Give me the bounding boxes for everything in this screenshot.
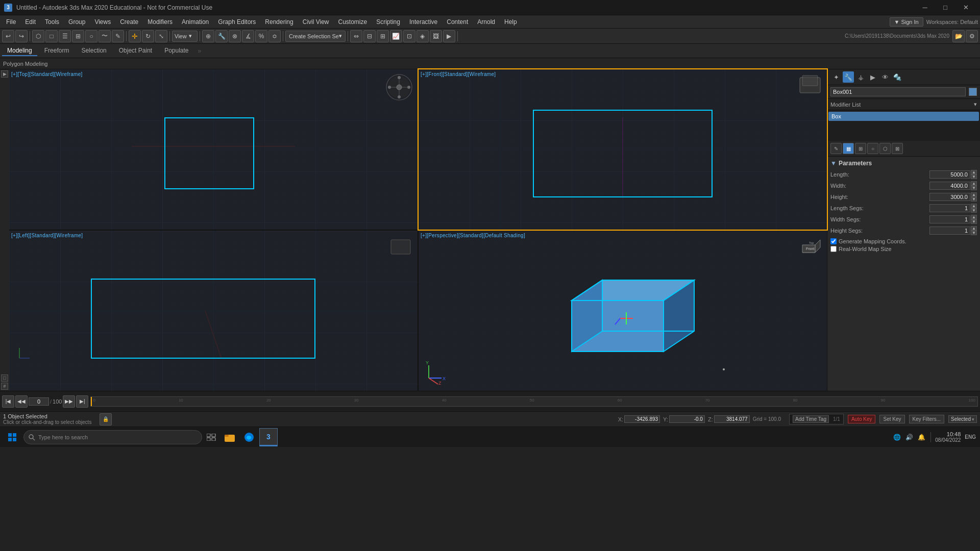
select-button[interactable]: ⬡: [32, 30, 44, 42]
viewport-top[interactable]: [+][Top][Standard][Wireframe]: [9, 69, 418, 230]
path-config-button[interactable]: ⚙: [966, 30, 978, 42]
timeline-slider[interactable]: 0 10 20 30 40 50 60 70 80 90 100: [90, 396, 978, 407]
side-grid-btn[interactable]: #: [1, 383, 8, 390]
wsegs-down-btn[interactable]: ▼: [971, 219, 977, 224]
select-region-button[interactable]: □: [45, 30, 58, 42]
menu-animation[interactable]: Animation: [178, 17, 213, 27]
wsegs-up-btn[interactable]: ▲: [971, 215, 977, 219]
menu-rendering[interactable]: Rendering: [261, 17, 297, 27]
volume-icon[interactable]: 🔊: [904, 432, 914, 442]
modify-panel-btn active[interactable]: 🔧: [843, 71, 854, 83]
align-button[interactable]: ⊟: [363, 30, 376, 42]
vt-icon-2[interactable]: ▦: [843, 143, 854, 154]
render-setup-button[interactable]: 🖼: [430, 30, 442, 42]
move-button[interactable]: ✛: [129, 30, 141, 42]
side-expand-btn[interactable]: ▶: [1, 70, 8, 78]
file-explorer-icon[interactable]: [220, 428, 239, 446]
curve-editor-button[interactable]: 📈: [390, 30, 402, 42]
3dsmax-taskbar-icon[interactable]: 3: [259, 428, 278, 446]
undo-button[interactable]: ↩: [2, 30, 14, 42]
network-icon[interactable]: 🌐: [892, 432, 902, 442]
menu-interactive[interactable]: Interactive: [405, 17, 442, 27]
hsegs-up-btn[interactable]: ▲: [971, 226, 977, 231]
vt-icon-1[interactable]: ✎: [830, 143, 842, 154]
percent-snap[interactable]: %: [255, 30, 267, 42]
viewport-left[interactable]: [+][Left][Standard][Wireframe]: [9, 231, 418, 391]
material-editor-button[interactable]: ◈: [416, 30, 429, 42]
angle-snap[interactable]: ∡: [242, 30, 254, 42]
width-up-btn[interactable]: ▲: [971, 181, 977, 186]
vt-icon-6[interactable]: ⊠: [892, 143, 903, 154]
scale-button[interactable]: ⤡: [155, 30, 167, 42]
menu-civil-view[interactable]: Civil View: [299, 17, 333, 27]
schematic-view-button[interactable]: ⊡: [403, 30, 415, 42]
object-color-swatch[interactable]: [969, 88, 977, 96]
select-paint-button[interactable]: ✎: [112, 30, 124, 42]
menu-scripting[interactable]: Scripting: [372, 17, 404, 27]
display-panel-btn[interactable]: 👁: [879, 71, 891, 83]
param-length-segs-input[interactable]: [929, 204, 970, 212]
width-down-btn[interactable]: ▼: [971, 186, 977, 190]
vt-icon-3[interactable]: ⊞: [855, 143, 866, 154]
param-height-input[interactable]: [929, 193, 970, 201]
tab-selection[interactable]: Selection: [76, 46, 111, 56]
view-dropdown[interactable]: View ▾: [172, 31, 198, 42]
next-frame-btn[interactable]: ▶|: [76, 395, 88, 408]
set-key-button[interactable]: Set Key: [879, 415, 904, 423]
vt-icon-5[interactable]: ⬡: [879, 143, 891, 154]
viewport-lock-btn[interactable]: 🔒: [100, 413, 112, 425]
param-width-input[interactable]: [929, 182, 970, 190]
lsegs-down-btn[interactable]: ▼: [971, 208, 977, 213]
task-view-btn[interactable]: [203, 428, 219, 446]
nav-gizmo-top[interactable]: [385, 73, 413, 102]
browse-button[interactable]: 📂: [952, 30, 965, 42]
menu-arnold[interactable]: Arnold: [473, 17, 499, 27]
menu-modifiers[interactable]: Modifiers: [143, 17, 177, 27]
next-key-btn[interactable]: ▶▶: [63, 395, 75, 408]
select-lasso-button[interactable]: 〜: [99, 30, 111, 42]
utilities-panel-btn[interactable]: 🔩: [892, 71, 903, 83]
clock-area[interactable]: 10:48 08/04/2022: [935, 431, 961, 443]
spinner-snap[interactable]: ≎: [268, 30, 281, 42]
viewport-perspective[interactable]: Front Top X Y Z [+][Perspective][Standar…: [419, 231, 827, 391]
start-button[interactable]: [2, 428, 22, 446]
length-down-btn[interactable]: ▼: [971, 174, 977, 179]
height-up-btn[interactable]: ▲: [971, 192, 977, 197]
menu-file[interactable]: File: [2, 17, 20, 27]
add-time-tag-btn[interactable]: Add Time Tag: [793, 415, 829, 423]
close-button[interactable]: ✕: [955, 0, 976, 15]
menu-help[interactable]: Help: [500, 17, 521, 27]
nav-gizmo-front[interactable]: [797, 73, 823, 99]
hsegs-down-btn[interactable]: ▼: [971, 231, 977, 235]
toggle-snap[interactable]: 🔧: [215, 30, 228, 42]
generate-mapping-checkbox[interactable]: [830, 238, 837, 244]
redo-button[interactable]: ↪: [15, 30, 28, 42]
prev-key-btn[interactable]: ◀◀: [15, 395, 28, 408]
viewport-front[interactable]: [+][Front][Standard][Wireframe]: [419, 69, 827, 230]
param-height-segs-input[interactable]: [929, 227, 970, 235]
object-name-input[interactable]: [830, 87, 966, 96]
create-panel-btn[interactable]: ✦: [830, 71, 842, 83]
selected-dropdown[interactable]: Selected ▾: [948, 415, 977, 423]
lsegs-up-btn[interactable]: ▲: [971, 204, 977, 208]
mirror-button[interactable]: ⇔: [350, 30, 362, 42]
tab-object-paint[interactable]: Object Paint: [114, 46, 157, 56]
length-up-btn[interactable]: ▲: [971, 170, 977, 174]
nav-cube-perspective[interactable]: Front Top: [795, 235, 823, 263]
motion-panel-btn[interactable]: ▶: [867, 71, 878, 83]
tab-expand[interactable]: »: [198, 47, 202, 55]
taskbar-search-box[interactable]: Type here to search: [23, 430, 202, 444]
hierarchy-button[interactable]: ⊞: [377, 30, 389, 42]
select-by-name-button[interactable]: ☰: [59, 30, 71, 42]
notification-icon[interactable]: 🔔: [916, 432, 926, 442]
tab-freeform[interactable]: Freeform: [39, 46, 75, 56]
param-length-input[interactable]: [929, 170, 970, 179]
tab-modeling[interactable]: Modeling: [2, 46, 37, 56]
select-circ-button[interactable]: ○: [85, 30, 97, 42]
x-coord-input[interactable]: [624, 415, 660, 423]
rotate-button[interactable]: ↻: [142, 30, 154, 42]
height-down-btn[interactable]: ▼: [971, 197, 977, 202]
nav-gizmo-left[interactable]: [388, 235, 413, 260]
menu-edit[interactable]: Edit: [21, 17, 40, 27]
hierarchy-panel-btn[interactable]: ⚶: [855, 71, 866, 83]
